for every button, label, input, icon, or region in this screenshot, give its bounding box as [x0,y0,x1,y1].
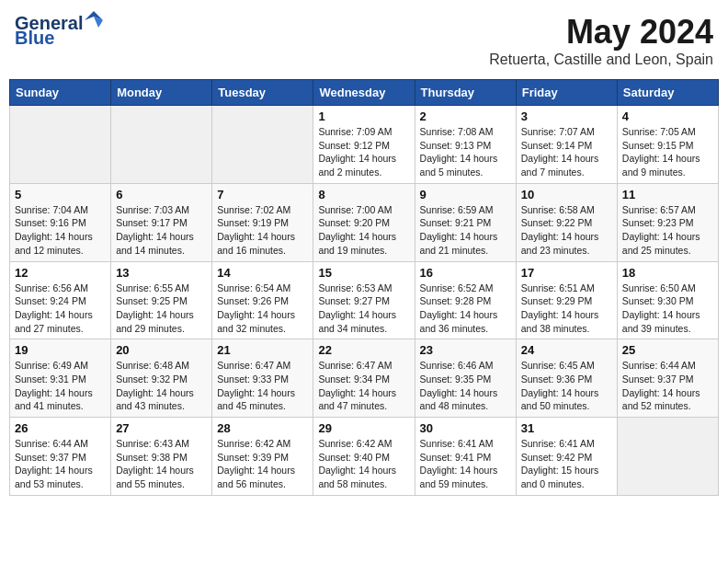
calendar-cell: 12Sunrise: 6:56 AM Sunset: 9:24 PM Dayli… [10,261,111,339]
calendar-cell: 29Sunrise: 6:42 AM Sunset: 9:40 PM Dayli… [313,418,415,496]
calendar-cell: 16Sunrise: 6:52 AM Sunset: 9:28 PM Dayli… [415,261,516,339]
weekday-header-tuesday: Tuesday [212,80,313,106]
calendar-cell: 7Sunrise: 7:02 AM Sunset: 9:19 PM Daylig… [212,183,313,261]
calendar-cell: 31Sunrise: 6:41 AM Sunset: 9:42 PM Dayli… [516,418,617,496]
calendar-cell: 21Sunrise: 6:47 AM Sunset: 9:33 PM Dayli… [212,339,313,418]
cell-content: Sunrise: 6:59 AM Sunset: 9:21 PM Dayligh… [420,203,511,258]
calendar-cell: 25Sunrise: 6:44 AM Sunset: 9:37 PM Dayli… [617,339,718,418]
calendar-cell: 6Sunrise: 7:03 AM Sunset: 9:17 PM Daylig… [111,183,212,261]
subtitle: Retuerta, Castille and Leon, Spain [489,52,713,68]
calendar-cell: 30Sunrise: 6:41 AM Sunset: 9:41 PM Dayli… [415,418,516,496]
calendar-cell [10,106,111,184]
calendar-cell [617,418,718,496]
calendar-cell: 22Sunrise: 6:47 AM Sunset: 9:34 PM Dayli… [313,339,415,418]
cell-content: Sunrise: 6:55 AM Sunset: 9:25 PM Dayligh… [116,282,207,336]
day-number: 4 [622,109,713,123]
cell-content: Sunrise: 6:58 AM Sunset: 9:22 PM Dayligh… [521,203,612,258]
day-number: 6 [116,188,207,201]
day-number: 10 [521,188,612,201]
cell-content: Sunrise: 6:53 AM Sunset: 9:27 PM Dayligh… [318,282,409,336]
cell-content: Sunrise: 6:49 AM Sunset: 9:31 PM Dayligh… [15,359,106,413]
weekday-header-sunday: Sunday [10,80,111,106]
day-number: 23 [420,343,511,357]
day-number: 20 [116,343,207,357]
day-number: 12 [15,266,106,280]
calendar-cell [212,106,313,184]
title-area: May 2024 Retuerta, Castille and Leon, Sp… [489,13,713,68]
weekday-header-monday: Monday [111,80,212,106]
day-number: 9 [420,188,511,201]
cell-content: Sunrise: 6:45 AM Sunset: 9:36 PM Dayligh… [521,359,612,413]
day-number: 7 [217,188,308,201]
cell-content: Sunrise: 6:54 AM Sunset: 9:26 PM Dayligh… [217,282,308,336]
cell-content: Sunrise: 7:04 AM Sunset: 9:16 PM Dayligh… [15,203,106,258]
cell-content: Sunrise: 7:09 AM Sunset: 9:12 PM Dayligh… [318,125,409,179]
calendar-cell: 3Sunrise: 7:07 AM Sunset: 9:14 PM Daylig… [516,106,617,184]
cell-content: Sunrise: 6:57 AM Sunset: 9:23 PM Dayligh… [622,203,713,258]
calendar-cell: 24Sunrise: 6:45 AM Sunset: 9:36 PM Dayli… [516,339,617,418]
calendar-cell: 15Sunrise: 6:53 AM Sunset: 9:27 PM Dayli… [313,261,415,339]
calendar-week-row: 5Sunrise: 7:04 AM Sunset: 9:16 PM Daylig… [10,183,719,261]
day-number: 28 [217,421,308,435]
cell-content: Sunrise: 7:05 AM Sunset: 9:15 PM Dayligh… [622,125,713,179]
cell-content: Sunrise: 6:51 AM Sunset: 9:29 PM Dayligh… [521,282,612,336]
day-number: 16 [420,266,511,280]
cell-content: Sunrise: 6:42 AM Sunset: 9:39 PM Dayligh… [217,437,308,491]
svg-marker-0 [85,11,103,20]
weekday-header-thursday: Thursday [415,80,516,106]
cell-content: Sunrise: 6:47 AM Sunset: 9:33 PM Dayligh… [217,359,308,413]
calendar-week-row: 12Sunrise: 6:56 AM Sunset: 9:24 PM Dayli… [10,261,719,339]
day-number: 1 [318,109,409,123]
calendar-week-row: 1Sunrise: 7:09 AM Sunset: 9:12 PM Daylig… [10,106,719,184]
main-title: May 2024 [489,13,713,52]
day-number: 19 [15,343,106,357]
calendar-cell: 20Sunrise: 6:48 AM Sunset: 9:32 PM Dayli… [111,339,212,418]
calendar-cell: 18Sunrise: 6:50 AM Sunset: 9:30 PM Dayli… [617,261,718,339]
cell-content: Sunrise: 6:50 AM Sunset: 9:30 PM Dayligh… [622,282,713,336]
day-number: 11 [622,188,713,201]
day-number: 29 [318,421,409,435]
logo-bird-icon [85,11,103,31]
calendar-cell: 4Sunrise: 7:05 AM Sunset: 9:15 PM Daylig… [617,106,718,184]
calendar-cell: 23Sunrise: 6:46 AM Sunset: 9:35 PM Dayli… [415,339,516,418]
day-number: 27 [116,421,207,435]
cell-content: Sunrise: 6:46 AM Sunset: 9:35 PM Dayligh… [420,359,511,413]
day-number: 21 [217,343,308,357]
calendar-cell: 14Sunrise: 6:54 AM Sunset: 9:26 PM Dayli… [212,261,313,339]
cell-content: Sunrise: 7:08 AM Sunset: 9:13 PM Dayligh… [420,125,511,179]
calendar-week-row: 19Sunrise: 6:49 AM Sunset: 9:31 PM Dayli… [10,339,719,418]
calendar-cell: 28Sunrise: 6:42 AM Sunset: 9:39 PM Dayli… [212,418,313,496]
calendar-cell: 27Sunrise: 6:43 AM Sunset: 9:38 PM Dayli… [111,418,212,496]
cell-content: Sunrise: 6:52 AM Sunset: 9:28 PM Dayligh… [420,282,511,336]
day-number: 17 [521,266,612,280]
cell-content: Sunrise: 7:00 AM Sunset: 9:20 PM Dayligh… [318,203,409,258]
calendar-cell: 9Sunrise: 6:59 AM Sunset: 9:21 PM Daylig… [415,183,516,261]
weekday-header-friday: Friday [516,80,617,106]
cell-content: Sunrise: 6:43 AM Sunset: 9:38 PM Dayligh… [116,437,207,491]
cell-content: Sunrise: 7:07 AM Sunset: 9:14 PM Dayligh… [521,125,612,179]
day-number: 5 [15,188,106,201]
logo: General Blue [15,13,103,48]
day-number: 30 [420,421,511,435]
cell-content: Sunrise: 6:42 AM Sunset: 9:40 PM Dayligh… [318,437,409,491]
cell-content: Sunrise: 6:47 AM Sunset: 9:34 PM Dayligh… [318,359,409,413]
cell-content: Sunrise: 6:44 AM Sunset: 9:37 PM Dayligh… [622,359,713,413]
day-number: 15 [318,266,409,280]
day-number: 31 [521,421,612,435]
calendar-cell: 1Sunrise: 7:09 AM Sunset: 9:12 PM Daylig… [313,106,415,184]
weekday-header-saturday: Saturday [617,80,718,106]
day-number: 8 [318,188,409,201]
calendar-table: SundayMondayTuesdayWednesdayThursdayFrid… [9,79,719,496]
weekday-header-wednesday: Wednesday [313,80,415,106]
calendar-cell: 26Sunrise: 6:44 AM Sunset: 9:37 PM Dayli… [10,418,111,496]
calendar-cell: 17Sunrise: 6:51 AM Sunset: 9:29 PM Dayli… [516,261,617,339]
calendar-cell [111,106,212,184]
day-number: 13 [116,266,207,280]
logo-text-blue: Blue [15,28,54,48]
day-number: 14 [217,266,308,280]
calendar-cell: 10Sunrise: 6:58 AM Sunset: 9:22 PM Dayli… [516,183,617,261]
cell-content: Sunrise: 7:02 AM Sunset: 9:19 PM Dayligh… [217,203,308,258]
cell-content: Sunrise: 6:41 AM Sunset: 9:42 PM Dayligh… [521,437,612,491]
day-number: 2 [420,109,511,123]
calendar-cell: 2Sunrise: 7:08 AM Sunset: 9:13 PM Daylig… [415,106,516,184]
